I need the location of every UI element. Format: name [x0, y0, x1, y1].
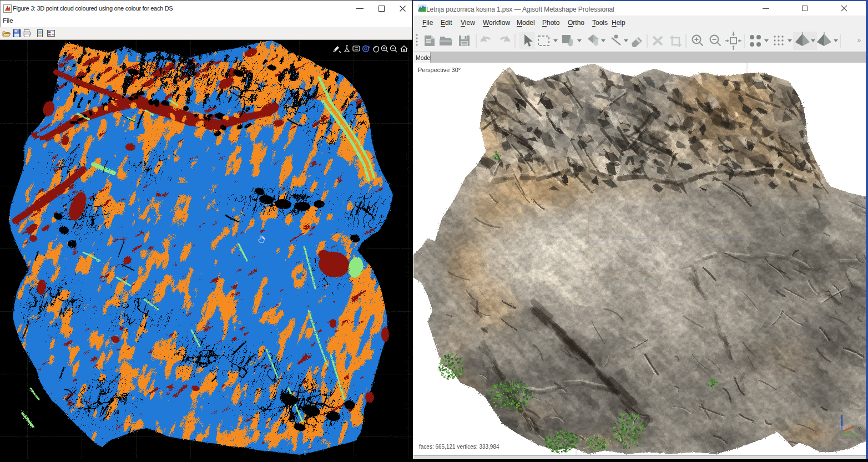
svg-text:Y: Y — [858, 426, 861, 431]
svg-text:z: z — [840, 408, 842, 413]
svg-text:»: » — [857, 37, 861, 43]
